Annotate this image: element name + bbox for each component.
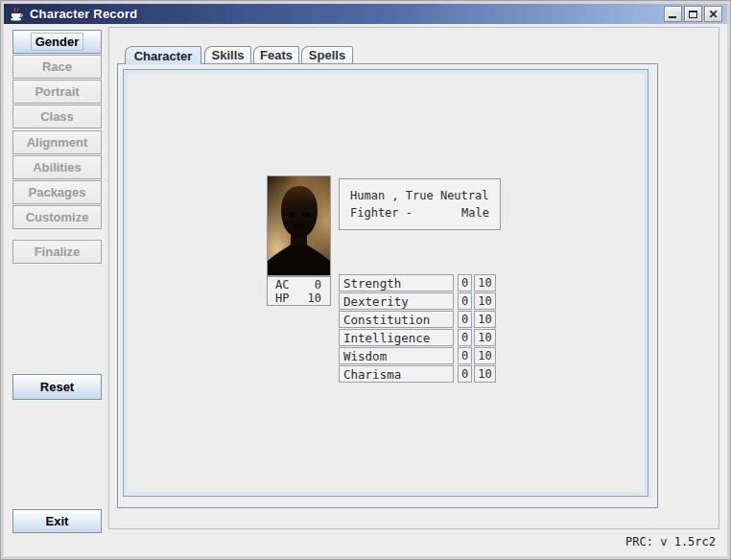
ability-mod-dexterity: 0 [458, 292, 472, 310]
summary-gender: Male [461, 204, 489, 222]
summary-race-alignment: Human , True Neutral [350, 187, 489, 204]
ac-hp-box: AC 0 HP 10 [267, 276, 331, 306]
close-icon[interactable]: ✕ [704, 6, 722, 22]
tab-feats[interactable]: Feats [253, 46, 299, 63]
ability-name-dexterity: Dexterity [339, 292, 454, 310]
sidebar-button-portrait[interactable]: Portrait [12, 80, 102, 104]
java-cup-icon [9, 7, 24, 22]
ability-name-charisma: Charisma [339, 365, 454, 383]
sidebar-button-alignment[interactable]: Alignment [12, 130, 102, 154]
minimize-icon[interactable] [664, 6, 682, 22]
sidebar-button-abilities[interactable]: Abilities [12, 155, 102, 179]
ability-mod-strength: 0 [458, 274, 472, 292]
maximize-icon[interactable] [684, 6, 702, 22]
titlebar: Character Record ✕ [4, 4, 727, 25]
tab-skills[interactable]: Skills [204, 46, 251, 63]
ability-score-dexterity: 10 [474, 292, 496, 310]
sidebar-button-finalize[interactable]: Finalize [12, 240, 102, 264]
ability-mod-charisma: 0 [458, 365, 472, 383]
sidebar-button-packages[interactable]: Packages [12, 180, 102, 204]
sidebar-button-class[interactable]: Class [12, 105, 102, 128]
version-label: PRC: v 1.5rc2 [625, 535, 716, 548]
ability-score-strength: 10 [474, 274, 496, 292]
gender-button-label: Gender [31, 33, 84, 51]
ability-score-charisma: 10 [474, 365, 496, 383]
ability-mod-intelligence: 0 [458, 329, 472, 346]
ac-label: AC [275, 278, 300, 292]
tab-spells[interactable]: Spells [301, 46, 353, 63]
ability-name-intelligence: Intelligence [339, 329, 454, 346]
reset-button[interactable]: Reset [12, 374, 102, 400]
character-portrait [267, 175, 331, 276]
hp-label: HP [275, 292, 300, 305]
ability-score-constitution: 10 [474, 311, 496, 328]
sidebar-button-customize[interactable]: Customize [12, 205, 102, 229]
ability-mod-wisdom: 0 [458, 347, 472, 364]
ability-name-constitution: Constitution [339, 311, 454, 328]
tab-character[interactable]: Character [125, 46, 201, 64]
sidebar-button-gender[interactable]: Gender [12, 30, 102, 54]
window-controls: ✕ [664, 6, 722, 22]
summary-class: Fighter - [350, 204, 413, 222]
ability-score-intelligence: 10 [474, 329, 496, 346]
sidebar-button-race[interactable]: Race [12, 55, 102, 79]
window-title: Character Record [30, 7, 137, 21]
ability-mod-constitution: 0 [458, 311, 472, 328]
character-summary-box: Human , True Neutral Fighter - Male [339, 178, 501, 230]
ac-value: 0 [300, 278, 321, 292]
ability-score-wisdom: 10 [474, 347, 496, 364]
ability-name-strength: Strength [339, 274, 454, 292]
exit-button[interactable]: Exit [12, 509, 102, 533]
hp-value: 10 [300, 292, 321, 305]
ability-name-wisdom: Wisdom [339, 347, 454, 364]
character-record-window: Character Record ✕ Gender Race Portrait … [0, 0, 731, 560]
